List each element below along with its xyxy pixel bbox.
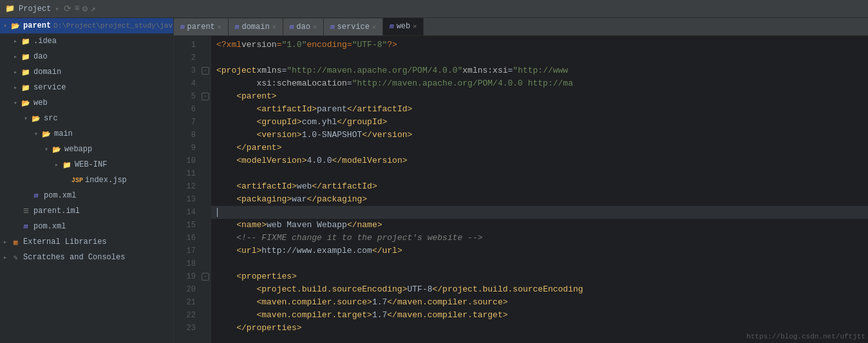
tab-domain-label: domain — [241, 23, 269, 32]
iml-icon: ☰ — [21, 206, 31, 216]
code-area[interactable]: <?xml version="1.0" encoding="UTF-8"?> <… — [211, 36, 868, 343]
tab-web-close[interactable]: ✕ — [413, 23, 417, 30]
webinf-folder-icon — [62, 160, 72, 170]
tree-item-scratches[interactable]: ✎ Scratches and Consoles — [0, 250, 173, 265]
tab-domain-close[interactable]: ✕ — [272, 23, 276, 31]
tree-item-ext-lib[interactable]: ▦ External Libraries — [0, 234, 173, 250]
gutter-area: - - - — [200, 36, 211, 343]
code-line-21: <maven.compiler.source>1.7</maven.compil… — [211, 296, 868, 309]
filter-icon[interactable]: ≡ — [74, 3, 79, 14]
tree-item-webapp[interactable]: webapp — [0, 142, 173, 157]
domain-label: domain — [33, 68, 61, 77]
gutter-5[interactable]: - — [200, 90, 211, 103]
web-arrow — [10, 98, 21, 108]
src-label: src — [44, 114, 58, 123]
tab-dao-label: dao — [296, 23, 310, 32]
web-label: web — [33, 98, 48, 107]
code-line-12: <artifactId>web</artifactId> — [211, 180, 868, 193]
tab-parent-close[interactable]: ✕ — [218, 23, 222, 31]
tree-item-pom-web[interactable]: m pom.xml — [0, 188, 173, 203]
code-line-4: xsi:schemaLocation="http://maven.apache.… — [211, 77, 868, 90]
tree-item-parent-iml[interactable]: ☰ parent.iml — [0, 203, 173, 219]
dao-arrow — [10, 51, 21, 62]
jsp-icon: JSP — [72, 175, 82, 185]
tab-domain[interactable]: m domain ✕ — [229, 19, 283, 35]
pom-parent-arrow — [10, 221, 21, 232]
idea-label: .idea — [33, 37, 57, 46]
tab-domain-icon: m — [235, 23, 240, 31]
gutter-12 — [200, 180, 211, 193]
gutter-18 — [200, 257, 211, 270]
tree-item-domain[interactable]: domain — [0, 64, 173, 80]
tab-parent-label: parent — [187, 23, 215, 32]
service-label: service — [33, 83, 66, 92]
project-selector[interactable]: 📁 Project ▾ — [5, 4, 59, 14]
tree-item-pom-parent[interactable]: m pom.xml — [0, 219, 173, 234]
scratch-icon: ✎ — [10, 252, 21, 263]
tab-dao-close[interactable]: ✕ — [313, 23, 317, 31]
gutter-3[interactable]: - — [200, 64, 211, 77]
main-arrow — [31, 129, 41, 139]
gutter-11 — [200, 167, 211, 180]
code-line-18 — [211, 257, 868, 270]
maven-parent-icon: m — [21, 221, 31, 232]
code-line-10: <modelVersion>4.0.0</modelVersion> — [211, 154, 868, 167]
gutter-17 — [200, 245, 211, 257]
tree-item-dao[interactable]: dao — [0, 49, 173, 64]
root-arrow — [0, 21, 10, 31]
code-line-1: <?xml version="1.0" encoding="UTF-8"?> — [211, 39, 868, 51]
parent-iml-arrow — [10, 206, 21, 216]
webinf-label: WEB-INF — [75, 160, 107, 169]
code-line-8: <version>1.0-SNAPSHOT</version> — [211, 129, 868, 142]
tree-item-webinf[interactable]: WEB-INF — [0, 157, 173, 172]
web-folder-icon — [21, 98, 31, 108]
tree-item-indexjsp[interactable]: JSP index.jsp — [0, 172, 173, 188]
gutter-14 — [200, 206, 211, 219]
tree-item-src[interactable]: src — [0, 111, 173, 126]
main-folder-icon — [41, 129, 52, 139]
tree-item-service[interactable]: service — [0, 80, 173, 95]
service-arrow — [10, 82, 21, 93]
library-icon: ▦ — [10, 237, 21, 247]
settings-icon[interactable]: ⚙ — [82, 3, 88, 14]
gutter-22 — [200, 309, 211, 322]
parent-iml-label: parent.iml — [33, 207, 80, 216]
tab-web-icon: m — [390, 23, 394, 30]
code-line-3: <project xmlns="http://maven.apache.org/… — [211, 64, 868, 77]
sync-icon[interactable]: ⟳ — [64, 3, 71, 14]
tab-parent[interactable]: m parent ✕ — [174, 19, 229, 35]
line-numbers: 1234 5678 9101112 13141516 17181920 2122… — [174, 36, 200, 343]
pom-web-arrow — [21, 190, 31, 201]
gutter-15 — [200, 219, 211, 232]
text-caret — [217, 208, 218, 217]
fold-icon-5[interactable]: - — [202, 93, 209, 100]
idea-arrow — [10, 36, 21, 46]
main-label: main — [54, 129, 73, 138]
gutter-6 — [200, 103, 211, 116]
code-line-15: <name>web Maven Webapp</name> — [211, 219, 868, 232]
expand-icon[interactable]: ↗ — [90, 3, 95, 14]
tab-web[interactable]: m web ✕ — [383, 18, 424, 35]
fold-icon-19[interactable]: - — [202, 273, 209, 281]
tree-item-web[interactable]: web — [0, 95, 173, 111]
tab-service-label: service — [337, 23, 370, 32]
project-dropdown-icon[interactable]: ▾ — [55, 5, 59, 13]
dao-folder-icon — [21, 51, 31, 62]
pom-parent-label: pom.xml — [33, 222, 66, 231]
tab-service[interactable]: m service ✕ — [324, 19, 383, 35]
toolbar-icons: ⟳ ≡ ⚙ ↗ — [64, 3, 95, 14]
tab-dao[interactable]: m dao ✕ — [283, 19, 324, 35]
code-line-11 — [211, 167, 868, 180]
tree-root[interactable]: parent D:\Project\project_study\java\par… — [0, 18, 173, 33]
root-label: parent — [23, 21, 51, 30]
ext-lib-arrow — [0, 237, 10, 247]
tree-item-idea[interactable]: .idea — [0, 33, 173, 49]
sidebar: parent D:\Project\project_study\java\par… — [0, 18, 174, 343]
gutter-2 — [200, 51, 211, 64]
gutter-19[interactable]: - — [200, 270, 211, 283]
fold-icon-3[interactable]: - — [202, 67, 209, 75]
code-line-14 — [211, 206, 868, 219]
code-line-19: <properties> — [211, 270, 868, 283]
tab-service-close[interactable]: ✕ — [372, 23, 376, 31]
tree-item-main[interactable]: main — [0, 126, 173, 142]
